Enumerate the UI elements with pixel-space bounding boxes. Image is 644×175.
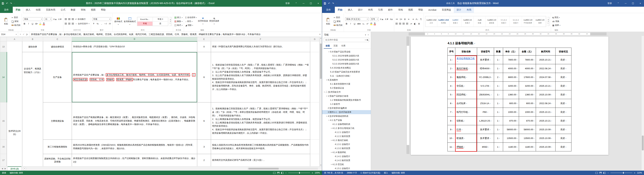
cell-qty[interactable]: 1: [494, 143, 503, 151]
document-page[interactable]: 4.1.1 设备明细列表↵ 序号设备名称设备型号数量单价（元）金额（元）购买时间…: [411, 36, 608, 155]
align-center-icon[interactable]: [68, 23, 70, 23]
search-input[interactable]: [325, 38, 364, 41]
page-layout-view-icon[interactable]: [277, 172, 280, 174]
sheet-nav-arrows[interactable]: ◀▶: [0, 168, 8, 170]
wrap-text-button[interactable]: ↩自动换行: [75, 18, 86, 21]
comma-style-icon[interactable]: ,: [100, 22, 103, 25]
ribbon-tab[interactable]: 插入: [23, 7, 33, 13]
cell-date[interactable]: 2025.10.21: [536, 82, 555, 90]
cell-qty[interactable]: 1: [494, 99, 503, 108]
nav-heading-item[interactable]: ▾ 4.1.4 氩弧焊机: [322, 150, 371, 154]
maximize-icon[interactable]: [629, 0, 637, 7]
search-dropdown-icon[interactable]: ▾: [365, 39, 366, 41]
cell-e13[interactable]: 0: [197, 42, 211, 52]
collapse-icon[interactable]: ▾: [326, 115, 328, 117]
vertical-ruler[interactable]: [406, 36, 410, 154]
cell-name[interactable]: 台式钻床: [455, 99, 477, 108]
cell-name[interactable]: 多功位母线加工机: [455, 56, 477, 64]
scroll-down-icon[interactable]: ▼: [320, 164, 322, 166]
nav-heading-item[interactable]: ▾ 6 其他附件: [322, 78, 371, 82]
file-tab[interactable]: 文件: [322, 7, 335, 13]
horizontal-scrollbar[interactable]: [248, 168, 318, 170]
nav-heading-item[interactable]: ▾ 4.1.5.1 设备照片: [322, 166, 371, 170]
scroll-up-icon[interactable]: ▲: [320, 37, 322, 39]
borders-icon[interactable]: ⊞: [418, 22, 420, 25]
nav-heading-item[interactable]: ▾ 5.9 招标产品应用业绩: [322, 50, 371, 54]
column-header[interactable]: E: [197, 37, 211, 42]
nav-heading-item[interactable]: ▾ 4.1.2.2 购买发票: [322, 134, 371, 138]
cell-date[interactable]: 2025.10.21: [536, 108, 555, 116]
format-cells-button[interactable]: 格式▾: [174, 24, 183, 27]
format-as-table-button[interactable]: 套用表格格式▾: [124, 18, 136, 25]
bold-button[interactable]: B: [345, 22, 348, 25]
cell-model[interactable]: ZB3530HL: [477, 90, 494, 99]
cell-price[interactable]: 8800.00: [503, 73, 519, 82]
cell-name[interactable]: 激光打标机: [455, 64, 477, 73]
sort-icon[interactable]: A↓: [416, 18, 418, 20]
nav-heading-item[interactable]: ▾ 4.1.4.2 购买发票: [322, 158, 371, 162]
decrease-indent-icon[interactable]: ⇤: [408, 18, 410, 20]
ribbon-tab[interactable]: 视图: [406, 7, 416, 13]
cell-no[interactable]: 9: [448, 125, 455, 134]
collapse-icon[interactable]: ▾: [330, 152, 332, 153]
cell-amount[interactable]: 1000.00: [519, 108, 536, 116]
nav-heading-item[interactable]: ▾ 1 投标产品的执行标准: [322, 94, 371, 98]
ribbon-tab[interactable]: 布局: [464, 7, 474, 13]
superscript-button[interactable]: x²: [366, 22, 369, 25]
nav-heading-item[interactable]: ▾ 1.1 智能装备控制装置技术规格书: [322, 98, 371, 102]
cell-status[interactable]: 良好: [556, 73, 572, 82]
table-row[interactable]: 6 台式钻床 ZS16-1A 1 600.00 600.00 2022.08.2…: [448, 99, 572, 108]
ribbon-tab[interactable]: 帮助: [98, 7, 108, 13]
collapse-icon[interactable]: ▾: [328, 119, 330, 121]
cell-date[interactable]: 2025.10.09: [536, 143, 555, 151]
style-chip[interactable]: AaB 标题: [474, 16, 486, 27]
align-bottom-icon[interactable]: [72, 18, 74, 18]
cell-status[interactable]: 良好: [556, 143, 572, 151]
maximize-icon[interactable]: [307, 0, 314, 7]
table-header-cell[interactable]: 设备名称: [455, 48, 477, 56]
ribbon-tab[interactable]: 视图: [88, 7, 98, 13]
table-header-cell[interactable]: 序号: [448, 48, 455, 56]
ribbon-tab[interactable]: 设计: [454, 7, 464, 13]
cell-name[interactable]: 氩弧焊机: [455, 73, 477, 82]
document-heading[interactable]: 4.1.1 设备明细列表↵: [448, 41, 608, 45]
accessibility-status[interactable]: 辅助功能: 调查: [392, 172, 405, 174]
gallery-scroll-arrows[interactable]: ▲▼≡: [170, 17, 172, 26]
cell-price[interactable]: 3200.00: [503, 82, 519, 90]
fill-color-icon[interactable]: ◇: [39, 22, 42, 25]
table-row[interactable]: 10 喷漆房 技术要求 1 13500.00 13500.00 2025.10.…: [448, 134, 572, 143]
document-search-box[interactable]: ▾: [324, 38, 369, 42]
vertical-scrollbar[interactable]: [641, 36, 644, 171]
cell-no[interactable]: 5: [448, 90, 455, 99]
cell-name[interactable]: 回流焊机: [455, 90, 477, 99]
nav-heading-item[interactable]: ▾ 5.4 2024技术支持网点: [322, 66, 371, 70]
style-chip[interactable]: AaBbCcE 标题 2: [462, 16, 474, 27]
nav-heading-item[interactable]: ▾ 6.1 基本资质附件方案: [322, 82, 371, 86]
nav-heading-item[interactable]: ▾ 5.3.3 2024年销售业绩统计表: [322, 62, 371, 66]
find-button[interactable]: 查找▾: [552, 16, 560, 19]
style-chip[interactable]: 1 1.1.1 标题 3: [498, 16, 510, 27]
cell-d13[interactable]: 失信扣分=商务分值（不含投标分值）*10%*失信分/10: [72, 42, 197, 52]
conditional-formatting-button[interactable]: 条件格式▾: [114, 18, 123, 25]
cell-no[interactable]: 4: [448, 82, 455, 90]
cell-d16[interactable]: 提供2023年以来国内有资质（CMA或CNAS）检验检测机构出具的投标产品合格的…: [72, 140, 197, 154]
cell-status[interactable]: 良好: [556, 108, 572, 116]
horizontal-ruler[interactable]: 2468101214161820222426283032343638404244: [371, 32, 644, 36]
align-middle-icon[interactable]: [68, 18, 70, 18]
table-row[interactable]: 2 激光打标机 经纬4000 1 4000.00 4000.00 2022.08…: [448, 64, 572, 73]
cell-f14[interactable]: 1、投标设备已经安装至投标人生产（制造）厂房，投标人需填写（制造）厂房详细地址（…: [211, 52, 310, 102]
nav-heading-item[interactable]: ▾ 6.2 投标保证金: [322, 86, 371, 90]
column-header[interactable]: B: [22, 37, 43, 42]
ribbon-tab[interactable]: Acrobat: [426, 7, 439, 13]
insert-mode[interactable]: 插入: [384, 172, 388, 174]
cell-model[interactable]: 技术要求: [477, 56, 494, 64]
active-cell-d14[interactable]: 具有投标产品生产必要设备，如：多功位母线加工机、激光打标机、电焊机、空压机、台式…: [72, 52, 197, 102]
column-header[interactable]: F: [211, 37, 310, 42]
zoom-level[interactable]: 110%: [637, 172, 642, 174]
cell-amount[interactable]: 17600.00: [519, 73, 536, 82]
minimize-icon[interactable]: [622, 0, 629, 7]
cell-status[interactable]: 良好: [556, 125, 572, 134]
format-painter-button[interactable]: 格式刷: [12, 24, 20, 27]
ribbon-tab[interactable]: 设计: [355, 7, 365, 13]
cell-c13[interactable]: 诚信自律情况: [43, 42, 72, 52]
